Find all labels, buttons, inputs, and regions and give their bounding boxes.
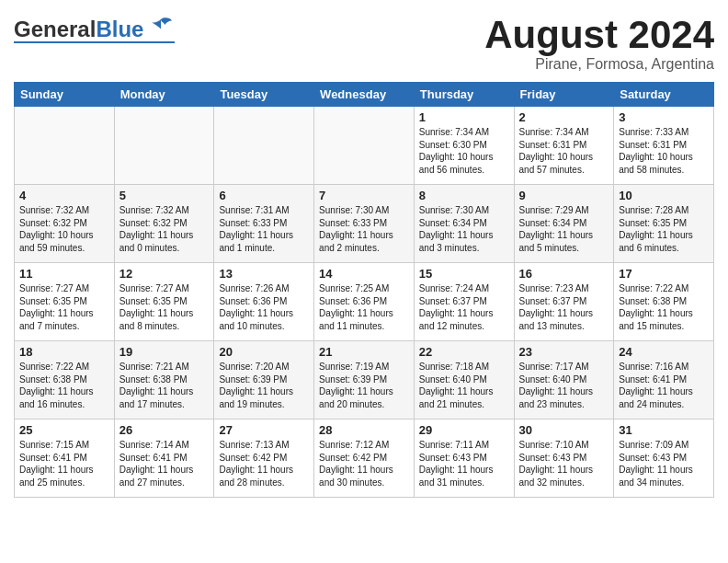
- calendar-cell: 16Sunrise: 7:23 AMSunset: 6:37 PMDayligh…: [514, 263, 614, 341]
- cell-info: Daylight: 10 hours and 56 minutes.: [419, 151, 509, 176]
- cell-info: Sunset: 6:42 PM: [319, 452, 409, 465]
- calendar-cell: [314, 107, 415, 185]
- calendar-cell: 5Sunrise: 7:32 AMSunset: 6:32 PMDaylight…: [114, 185, 214, 263]
- calendar-cell: 11Sunrise: 7:27 AMSunset: 6:35 PMDayligh…: [15, 263, 115, 341]
- calendar-cell: 12Sunrise: 7:27 AMSunset: 6:35 PMDayligh…: [114, 263, 214, 341]
- cell-info: Daylight: 11 hours and 1 minute.: [219, 229, 309, 254]
- calendar-cell: 21Sunrise: 7:19 AMSunset: 6:39 PMDayligh…: [314, 341, 415, 419]
- cell-info: Daylight: 11 hours and 2 minutes.: [319, 229, 409, 254]
- cell-info: Sunrise: 7:30 AM: [319, 204, 409, 217]
- cell-info: Sunrise: 7:33 AM: [619, 126, 709, 139]
- cell-info: Sunset: 6:37 PM: [419, 295, 509, 308]
- day-number: 9: [519, 189, 609, 202]
- calendar-cell: [15, 107, 115, 185]
- calendar-cell: 7Sunrise: 7:30 AMSunset: 6:33 PMDaylight…: [314, 185, 415, 263]
- day-number: 18: [19, 345, 109, 359]
- cell-info: Sunrise: 7:34 AM: [419, 126, 509, 139]
- day-number: 8: [419, 189, 509, 202]
- cell-info: Sunrise: 7:30 AM: [419, 204, 509, 217]
- calendar-header-row: SundayMondayTuesdayWednesdayThursdayFrid…: [15, 83, 714, 107]
- day-number: 2: [519, 110, 609, 124]
- day-number: 5: [119, 189, 210, 202]
- cell-info: Sunrise: 7:13 AM: [219, 439, 309, 452]
- cell-info: Sunrise: 7:12 AM: [319, 439, 409, 452]
- cell-info: Sunrise: 7:18 AM: [419, 361, 509, 373]
- cell-info: Sunset: 6:31 PM: [619, 139, 709, 152]
- cell-info: Sunset: 6:37 PM: [519, 295, 609, 308]
- cell-info: Sunset: 6:41 PM: [119, 452, 210, 465]
- page-header: GeneralBlue August 2024 Pirane, Formosa,…: [14, 14, 714, 73]
- day-number: 31: [619, 423, 709, 437]
- cell-info: Sunrise: 7:15 AM: [19, 439, 109, 452]
- cell-info: Daylight: 11 hours and 21 minutes.: [419, 385, 509, 410]
- calendar-table: SundayMondayTuesdayWednesdayThursdayFrid…: [14, 82, 714, 498]
- cell-info: Sunrise: 7:20 AM: [219, 361, 309, 373]
- calendar-cell: 14Sunrise: 7:25 AMSunset: 6:36 PMDayligh…: [314, 263, 415, 341]
- cell-info: Sunrise: 7:14 AM: [119, 439, 210, 452]
- calendar-cell: 8Sunrise: 7:30 AMSunset: 6:34 PMDaylight…: [414, 185, 514, 263]
- cell-info: Daylight: 11 hours and 0 minutes.: [119, 229, 210, 254]
- cell-info: Sunrise: 7:23 AM: [519, 282, 609, 295]
- day-number: 11: [19, 267, 109, 281]
- cell-info: Sunrise: 7:16 AM: [619, 361, 709, 373]
- cell-info: Daylight: 11 hours and 24 minutes.: [619, 385, 709, 410]
- cell-info: Daylight: 11 hours and 20 minutes.: [319, 385, 409, 410]
- cell-info: Sunrise: 7:21 AM: [119, 361, 210, 373]
- cell-info: Sunset: 6:40 PM: [419, 373, 509, 386]
- col-header-saturday: Saturday: [614, 83, 714, 107]
- col-header-sunday: Sunday: [15, 83, 115, 107]
- cell-info: Sunset: 6:36 PM: [319, 295, 409, 308]
- day-number: 7: [319, 189, 409, 202]
- calendar-cell: [214, 107, 314, 185]
- calendar-cell: 25Sunrise: 7:15 AMSunset: 6:41 PMDayligh…: [15, 419, 115, 498]
- cell-info: Sunrise: 7:11 AM: [419, 439, 509, 452]
- calendar-cell: 15Sunrise: 7:24 AMSunset: 6:37 PMDayligh…: [414, 263, 514, 341]
- calendar-cell: 17Sunrise: 7:22 AMSunset: 6:38 PMDayligh…: [614, 263, 714, 341]
- day-number: 29: [419, 423, 509, 437]
- week-row-5: 25Sunrise: 7:15 AMSunset: 6:41 PMDayligh…: [15, 419, 714, 498]
- cell-info: Sunset: 6:30 PM: [419, 139, 509, 152]
- day-number: 27: [219, 423, 309, 437]
- cell-info: Sunrise: 7:17 AM: [519, 361, 609, 373]
- calendar-cell: 6Sunrise: 7:31 AMSunset: 6:33 PMDaylight…: [214, 185, 314, 263]
- cell-info: Sunrise: 7:24 AM: [419, 282, 509, 295]
- day-number: 24: [619, 345, 709, 359]
- cell-info: Daylight: 11 hours and 34 minutes.: [619, 464, 709, 488]
- calendar-cell: 2Sunrise: 7:34 AMSunset: 6:31 PMDaylight…: [514, 107, 614, 185]
- day-number: 17: [619, 267, 709, 281]
- cell-info: Daylight: 11 hours and 28 minutes.: [219, 464, 309, 488]
- cell-info: Daylight: 11 hours and 19 minutes.: [219, 385, 309, 410]
- calendar-cell: 13Sunrise: 7:26 AMSunset: 6:36 PMDayligh…: [214, 263, 314, 341]
- cell-info: Sunrise: 7:09 AM: [619, 439, 709, 452]
- col-header-thursday: Thursday: [414, 83, 514, 107]
- day-number: 14: [319, 267, 409, 281]
- cell-info: Sunset: 6:34 PM: [419, 217, 509, 230]
- day-number: 12: [119, 267, 210, 281]
- cell-info: Sunrise: 7:22 AM: [19, 361, 109, 373]
- cell-info: Daylight: 11 hours and 30 minutes.: [319, 464, 409, 488]
- cell-info: Sunrise: 7:27 AM: [19, 282, 109, 295]
- calendar-cell: 31Sunrise: 7:09 AMSunset: 6:43 PMDayligh…: [614, 419, 714, 498]
- location-label: Pirane, Formosa, Argentina: [484, 56, 714, 73]
- cell-info: Daylight: 11 hours and 31 minutes.: [419, 464, 509, 488]
- cell-info: Sunset: 6:41 PM: [19, 452, 109, 465]
- day-number: 23: [519, 345, 609, 359]
- cell-info: Sunrise: 7:22 AM: [619, 282, 709, 295]
- calendar-cell: 29Sunrise: 7:11 AMSunset: 6:43 PMDayligh…: [414, 419, 514, 498]
- cell-info: Daylight: 11 hours and 23 minutes.: [519, 385, 609, 410]
- cell-info: Sunset: 6:31 PM: [519, 139, 609, 152]
- logo-general: General: [14, 17, 96, 41]
- calendar-cell: 18Sunrise: 7:22 AMSunset: 6:38 PMDayligh…: [15, 341, 115, 419]
- cell-info: Daylight: 11 hours and 25 minutes.: [19, 464, 109, 488]
- cell-info: Daylight: 11 hours and 3 minutes.: [419, 229, 509, 254]
- calendar-cell: 22Sunrise: 7:18 AMSunset: 6:40 PMDayligh…: [414, 341, 514, 419]
- cell-info: Daylight: 11 hours and 7 minutes.: [19, 307, 109, 332]
- calendar-cell: [114, 107, 214, 185]
- col-header-friday: Friday: [514, 83, 614, 107]
- cell-info: Sunset: 6:41 PM: [619, 373, 709, 386]
- calendar-cell: 3Sunrise: 7:33 AMSunset: 6:31 PMDaylight…: [614, 107, 714, 185]
- col-header-monday: Monday: [114, 83, 214, 107]
- cell-info: Sunrise: 7:26 AM: [219, 282, 309, 295]
- col-header-wednesday: Wednesday: [314, 83, 415, 107]
- day-number: 15: [419, 267, 509, 281]
